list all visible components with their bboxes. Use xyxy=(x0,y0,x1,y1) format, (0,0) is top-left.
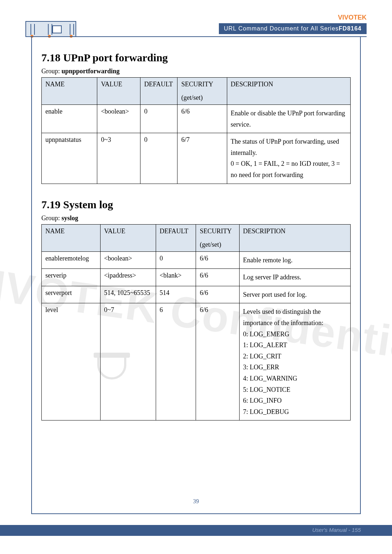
cell-default: 6 xyxy=(156,303,196,420)
col-security: SECURITY xyxy=(196,224,239,238)
cell-default: 514 xyxy=(156,286,196,303)
cell-default: 0 xyxy=(140,133,177,184)
cell-default: 0 xyxy=(156,251,196,269)
cell-value: 514, 1025~65535 xyxy=(100,286,156,303)
cell-name: enableremotelog xyxy=(42,251,101,269)
header-subtitle: URL Command Document for All SeriesFD816… xyxy=(219,23,367,34)
cell-description: Server port used for log. xyxy=(239,286,350,303)
table-row: enable <boolean> 0 6/6 Enable or disable… xyxy=(42,105,351,133)
table-header-row: NAME VALUE DEFAULT SECURITY DESCRIPTION xyxy=(42,78,351,91)
col-value: VALUE xyxy=(97,78,140,105)
cell-description: Enable or disable the UPnP port forwardi… xyxy=(227,105,350,133)
upnp-table: NAME VALUE DEFAULT SECURITY DESCRIPTION … xyxy=(41,77,351,184)
cell-security: 6/6 xyxy=(177,105,227,133)
cell-value: <boolean> xyxy=(100,251,156,269)
col-name: NAME xyxy=(42,78,97,105)
table-row: upnpnatstatus 0~3 0 6/7 The status of UP… xyxy=(42,133,351,184)
header-subtitle-text: URL Command Document for All Series xyxy=(224,25,339,32)
table-row: enableremotelog <boolean> 0 6/6 Enable r… xyxy=(42,251,351,269)
cell-security: 6/7 xyxy=(177,133,227,184)
cell-default: 0 xyxy=(140,105,177,133)
group-name: syslog xyxy=(62,214,78,222)
table-header-row: NAME VALUE DEFAULT SECURITY DESCRIPTION xyxy=(42,224,351,238)
cell-description: The status of UPnP port forwarding, used… xyxy=(227,133,350,184)
footer-manual-page: User's Manual - 155 xyxy=(312,527,361,533)
cell-value: 0~7 xyxy=(100,303,156,420)
col-default: DEFAULT xyxy=(156,224,196,251)
cell-security: 6/6 xyxy=(196,303,239,420)
group-name: upnpportforwarding xyxy=(62,67,120,75)
col-security: SECURITY xyxy=(177,78,227,91)
cell-value: <ipaddress> xyxy=(100,269,156,286)
col-name: NAME xyxy=(42,224,101,251)
cell-description: Enable remote log. xyxy=(239,251,350,269)
brand-label: VIVOTEK xyxy=(338,14,367,21)
syslog-table: NAME VALUE DEFAULT SECURITY DESCRIPTION … xyxy=(41,224,351,421)
cell-security: 6/6 xyxy=(196,286,239,303)
inner-page-number: 39 xyxy=(193,498,199,505)
group-label-upnp: Group: upnpportforwarding xyxy=(41,67,351,75)
col-security-sub: (get/set) xyxy=(177,91,227,105)
cell-name: serverport xyxy=(42,286,101,303)
cell-value: <boolean> xyxy=(97,105,140,133)
col-description: DESCRIPTION xyxy=(227,78,350,105)
section-title-upnp: 7.18 UPnP port forwarding xyxy=(41,52,351,64)
cell-description: Levels used to distinguish the importanc… xyxy=(239,303,350,420)
content-frame: VIVOTEK Confidential 7.18 UPnP port forw… xyxy=(31,36,361,514)
cell-name: upnpnatstatus xyxy=(42,133,97,184)
section-title-syslog: 7.19 System log xyxy=(41,198,351,211)
group-prefix: Group: xyxy=(41,67,62,75)
table-row: serverip <ipaddress> <blank> 6/6 Log ser… xyxy=(42,269,351,286)
cell-default: <blank> xyxy=(156,269,196,286)
cell-security: 6/6 xyxy=(196,269,239,286)
col-description: DESCRIPTION xyxy=(239,224,350,251)
cell-name: serverip xyxy=(42,269,101,286)
group-prefix: Group: xyxy=(41,214,62,222)
header: VIVOTEK URL Command Document for All Ser… xyxy=(0,11,392,36)
table-row: level 0~7 6 6/6 Levels used to distingui… xyxy=(42,303,351,420)
group-label-syslog: Group: syslog xyxy=(41,214,351,222)
cell-name: enable xyxy=(42,105,97,133)
header-model: FD8164 xyxy=(339,25,362,32)
logo-icon xyxy=(25,21,76,37)
col-security-sub: (get/set) xyxy=(196,238,239,252)
cell-security: 6/6 xyxy=(196,251,239,269)
table-row: serverport 514, 1025~65535 514 6/6 Serve… xyxy=(42,286,351,303)
page: VIVOTEK URL Command Document for All Ser… xyxy=(0,0,392,554)
cell-description: Log server IP address. xyxy=(239,269,350,286)
cell-value: 0~3 xyxy=(97,133,140,184)
col-value: VALUE xyxy=(100,224,156,251)
col-default: DEFAULT xyxy=(140,78,177,105)
cell-name: level xyxy=(42,303,101,420)
